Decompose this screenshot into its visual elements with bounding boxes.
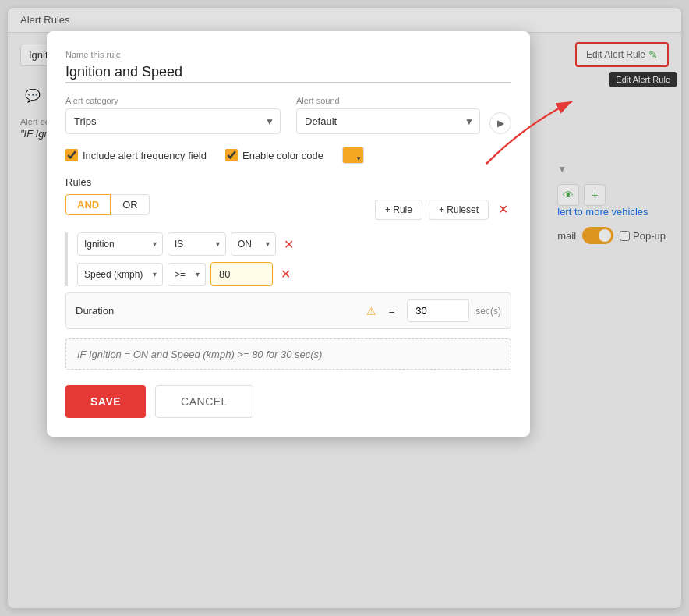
- sound-select-wrapper: Default Chime ▼: [296, 108, 480, 134]
- rule1-value-wrap: ON OFF: [231, 232, 276, 256]
- freq-checkbox-item[interactable]: Include alert frequency field: [65, 149, 207, 161]
- color-checkbox-item[interactable]: Enable color code: [225, 149, 323, 161]
- rules-section: Rules AND OR + Rule + Ruleset ✕: [65, 176, 511, 370]
- category-label: Alert category: [65, 96, 281, 105]
- category-select-wrapper: Trips Speed ▼: [65, 108, 281, 134]
- rule2-field-select[interactable]: Speed (kmph) Ignition: [77, 263, 163, 286]
- modal-footer: SAVE CANCEL: [65, 385, 511, 418]
- options-row: Include alert frequency field Enable col…: [65, 147, 511, 164]
- rules-actions: + Rule + Ruleset ✕: [375, 200, 511, 220]
- rule1-field-select[interactable]: Ignition Speed (kmph): [77, 232, 163, 256]
- color-swatch-picker[interactable]: [342, 147, 364, 164]
- color-checkbox[interactable]: [225, 149, 238, 161]
- rule1-op-wrap: IS IS NOT: [168, 232, 226, 256]
- rule2-operator-select[interactable]: >= <= =: [168, 263, 206, 286]
- rule-preview-text: IF Ignition = ON and Speed (kmph) >= 80 …: [77, 349, 322, 360]
- rule-name-input[interactable]: [65, 62, 511, 83]
- sound-select[interactable]: Default Chime: [296, 108, 480, 134]
- category-select[interactable]: Trips Speed: [65, 108, 281, 134]
- modal-overlay: Name this rule Alert category Trips Spee…: [0, 0, 689, 616]
- duration-unit-label: sec(s): [475, 306, 501, 317]
- freq-checkbox[interactable]: [65, 149, 78, 161]
- duration-warning-icon: ⚠: [366, 305, 376, 317]
- tab-or[interactable]: OR: [111, 194, 150, 215]
- rule-row-1: Ignition Speed (kmph) IS IS NOT ON: [77, 232, 511, 256]
- save-button[interactable]: SAVE: [65, 385, 146, 418]
- play-sound-button[interactable]: ▶: [489, 112, 511, 134]
- duration-value-input[interactable]: [407, 299, 469, 322]
- name-field-group: Name this rule: [65, 50, 511, 83]
- color-checkbox-label: Enable color code: [242, 150, 323, 161]
- edit-rule-modal: Name this rule Alert category Trips Spee…: [47, 31, 530, 437]
- sound-group: Alert sound Default Chime ▼ ▶: [296, 96, 511, 134]
- rule1-field-wrap: Ignition Speed (kmph): [77, 232, 163, 256]
- rule-preview-box: IF Ignition = ON and Speed (kmph) >= 80 …: [65, 338, 511, 370]
- tab-and[interactable]: AND: [65, 194, 111, 215]
- category-sound-row: Alert category Trips Speed ▼ Alert sound…: [65, 96, 511, 134]
- rule1-remove-button[interactable]: ✕: [281, 237, 297, 252]
- duration-row: Duration ⚠ = sec(s): [65, 292, 511, 329]
- rule-container: Ignition Speed (kmph) IS IS NOT ON: [65, 232, 511, 286]
- rule2-remove-button[interactable]: ✕: [277, 267, 294, 281]
- remove-ruleset-button[interactable]: ✕: [495, 200, 511, 220]
- rule2-op-wrap: >= <= =: [168, 263, 206, 286]
- and-or-tabs: AND OR: [65, 194, 150, 215]
- cancel-button[interactable]: CANCEL: [155, 385, 253, 418]
- duration-label: Duration: [76, 305, 360, 317]
- category-group: Alert category Trips Speed ▼: [65, 96, 281, 134]
- rule-row-2: Speed (kmph) Ignition >= <= = ✕: [77, 262, 511, 286]
- add-rule-button[interactable]: + Rule: [375, 200, 422, 220]
- rule1-operator-select[interactable]: IS IS NOT: [168, 232, 226, 256]
- rule2-value-input[interactable]: [210, 262, 273, 286]
- duration-operator: =: [383, 305, 401, 317]
- add-ruleset-button[interactable]: + Ruleset: [429, 200, 489, 220]
- name-label: Name this rule: [65, 50, 511, 59]
- rule1-value-select[interactable]: ON OFF: [231, 232, 276, 256]
- rule2-field-wrap: Speed (kmph) Ignition: [77, 263, 163, 286]
- freq-checkbox-label: Include alert frequency field: [83, 150, 207, 161]
- sound-label: Alert sound: [296, 96, 480, 105]
- rules-label: Rules: [65, 176, 511, 188]
